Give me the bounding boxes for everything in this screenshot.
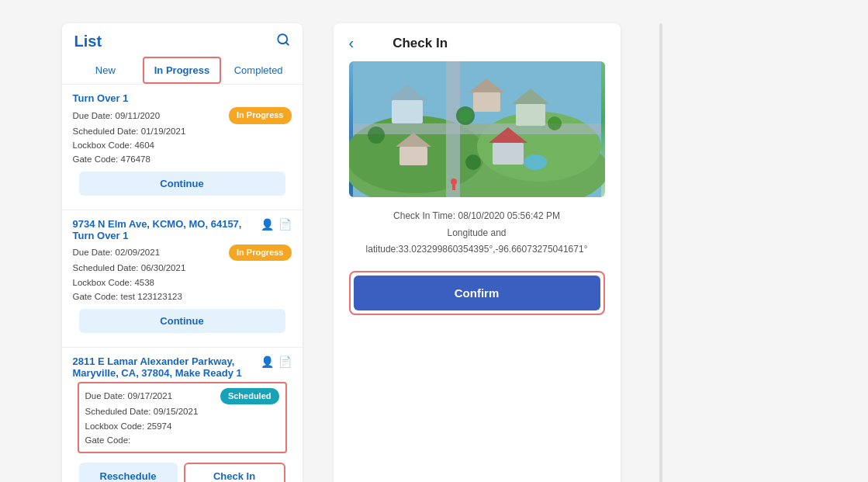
svg-point-21 <box>548 116 562 130</box>
svg-rect-7 <box>353 123 601 134</box>
tab-completed[interactable]: Completed <box>221 57 296 84</box>
card3-scheduled: Scheduled Date: 09/15/2021 <box>85 404 279 418</box>
svg-point-22 <box>368 127 385 144</box>
back-button[interactable]: ‹ <box>349 34 354 52</box>
list-item: 9734 N Elm Ave, KCMO, MO, 64157, Turn Ov… <box>62 210 303 348</box>
reschedule-button[interactable]: Reschedule <box>79 463 178 482</box>
confirm-button-wrap: Confirm <box>349 271 605 315</box>
checkin-info: Check In Time: 08/10/2020 05:56:42 PM Lo… <box>349 208 605 258</box>
card1-info: Due Date: 09/11/2020 In Progress Schedul… <box>73 107 292 167</box>
svg-line-1 <box>285 42 288 44</box>
tabs-row: New In Progress Completed <box>62 57 303 85</box>
card2-lockbox: Lockbox Code: 4538 <box>73 276 292 290</box>
card2-gate: Gate Code: test 123123123 <box>73 290 292 303</box>
left-panel: List New In Progress Completed Turn Over… <box>62 23 303 482</box>
card3-badge: Scheduled <box>220 388 279 405</box>
checkin-time-line: Check In Time: 08/10/2020 05:56:42 PM <box>349 208 605 225</box>
svg-rect-16 <box>493 143 524 165</box>
list-item: 2811 E Lamar Alexander Parkway, Maryvill… <box>62 348 303 482</box>
card2-title: 9734 N Elm Ave, KCMO, MO, 64157, Turn Ov… <box>73 218 256 241</box>
tab-inprogress[interactable]: In Progress <box>143 57 221 84</box>
svg-rect-10 <box>473 92 500 112</box>
card1-scheduled: Scheduled Date: 01/19/2021 <box>73 124 292 138</box>
list-body: Turn Over 1 Due Date: 09/11/2020 In Prog… <box>62 85 303 482</box>
coordinates: latitude:33.023299860354395°,-96.6607327… <box>349 241 605 258</box>
card1-gate: Gate Code: 476478 <box>73 152 292 166</box>
card2-info: Due Date: 02/09/2021 In Progress Schedul… <box>73 244 292 304</box>
card2-due-row: Due Date: 02/09/2021 In Progress <box>73 244 292 262</box>
main-container: List New In Progress Completed Turn Over… <box>62 16 807 482</box>
card1-due-row: Due Date: 09/11/2020 In Progress <box>73 107 292 124</box>
card3-actions: Reschedule Check In <box>73 456 292 482</box>
card3-info: Due Date: 09/17/2021 Scheduled Scheduled… <box>79 383 285 453</box>
right-header: ‹ Check In <box>349 34 605 52</box>
card2-continue-btn[interactable]: Continue <box>79 309 285 333</box>
right-panel: ‹ Check In <box>334 23 621 482</box>
property-image <box>349 61 605 197</box>
card1-title: Turn Over 1 <box>73 92 292 104</box>
document-icon: 📄 <box>278 218 292 231</box>
person-icon: 👤 <box>261 355 274 368</box>
card2-due-label: Due Date: 02/09/2021 <box>73 245 161 259</box>
checkin-time-label: Check In Time: <box>393 210 455 221</box>
checkin-time-value: 08/10/2020 05:56:42 PM <box>458 210 559 221</box>
document-icon: 📄 <box>278 355 292 368</box>
card3-lockbox: Lockbox Code: 25974 <box>85 419 279 433</box>
svg-point-24 <box>451 179 457 185</box>
location-label: Longitude and <box>349 225 605 242</box>
person-icon: 👤 <box>261 218 274 231</box>
card2-icons: 👤 📄 <box>261 218 292 231</box>
card3-title: 2811 E Lamar Alexander Parkway, Maryvill… <box>73 355 256 379</box>
card2-header: 9734 N Elm Ave, KCMO, MO, 64157, Turn Ov… <box>73 218 292 241</box>
card3-gate: Gate Code: <box>85 433 279 447</box>
card1-lockbox: Lockbox Code: 4604 <box>73 138 292 152</box>
svg-rect-12 <box>516 104 545 126</box>
card2-scheduled: Scheduled Date: 06/30/2021 <box>73 261 292 275</box>
card1-continue-btn[interactable]: Continue <box>79 172 285 196</box>
right-edge-divider <box>659 23 662 482</box>
svg-point-23 <box>524 154 547 170</box>
search-button[interactable] <box>276 33 290 50</box>
svg-point-19 <box>459 109 472 122</box>
card1-due-label: Due Date: 09/11/2020 <box>73 109 161 123</box>
right-title: Check In <box>393 36 448 51</box>
tab-new[interactable]: New <box>68 57 144 84</box>
card1-header: Turn Over 1 <box>73 92 292 104</box>
list-item: Turn Over 1 Due Date: 09/11/2020 In Prog… <box>62 85 303 210</box>
card2-badge: In Progress <box>229 244 292 262</box>
svg-point-20 <box>465 154 481 170</box>
svg-rect-25 <box>452 184 455 190</box>
card3-due-label: Due Date: 09/17/2021 <box>85 389 173 403</box>
list-header: List <box>62 23 303 57</box>
checkin-button[interactable]: Check In <box>184 463 285 482</box>
svg-rect-8 <box>392 100 423 123</box>
card3-due-row: Due Date: 09/17/2021 Scheduled <box>85 388 279 405</box>
confirm-button[interactable]: Confirm <box>354 276 600 310</box>
card3-icons: 👤 📄 <box>261 355 292 368</box>
card1-badge: In Progress <box>229 107 292 124</box>
card3-highlighted-info: Due Date: 09/17/2021 Scheduled Scheduled… <box>78 382 287 454</box>
card3-header: 2811 E Lamar Alexander Parkway, Maryvill… <box>73 355 292 379</box>
list-title: List <box>74 33 102 50</box>
svg-rect-14 <box>399 147 427 165</box>
